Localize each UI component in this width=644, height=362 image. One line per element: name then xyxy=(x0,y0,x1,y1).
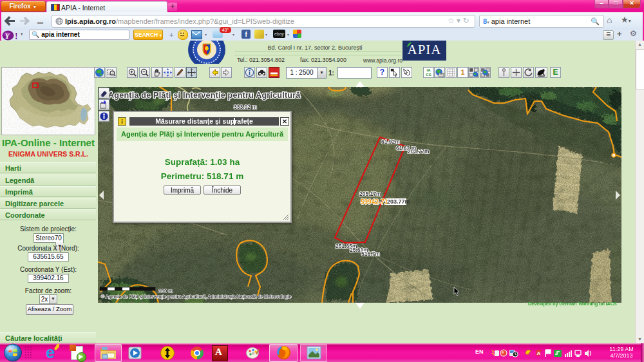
svg-text:333.02 m: 333.02 m xyxy=(234,104,257,110)
svg-text:203.77m: 203.77m xyxy=(387,198,410,205)
svg-text:A: A xyxy=(537,350,541,356)
svg-text:516.7m: 516.7m xyxy=(361,251,380,257)
svg-text:Agenția de Plăți și Intervenți: Agenția de Plăți și Intervenție pentru A… xyxy=(108,91,301,100)
svg-text:203.77m: 203.77m xyxy=(408,148,430,155)
svg-text:!: ! xyxy=(15,32,18,41)
svg-text:© Agenția de Plăți și Interven: © Agenția de Plăți și Intervenție pentru… xyxy=(101,294,292,300)
svg-text:100 m: 100 m xyxy=(158,288,173,294)
svg-text:59942-71: 59942-71 xyxy=(361,198,388,205)
svg-text:205.17m: 205.17m xyxy=(359,191,381,197)
svg-text:61.92m: 61.92m xyxy=(381,138,400,145)
